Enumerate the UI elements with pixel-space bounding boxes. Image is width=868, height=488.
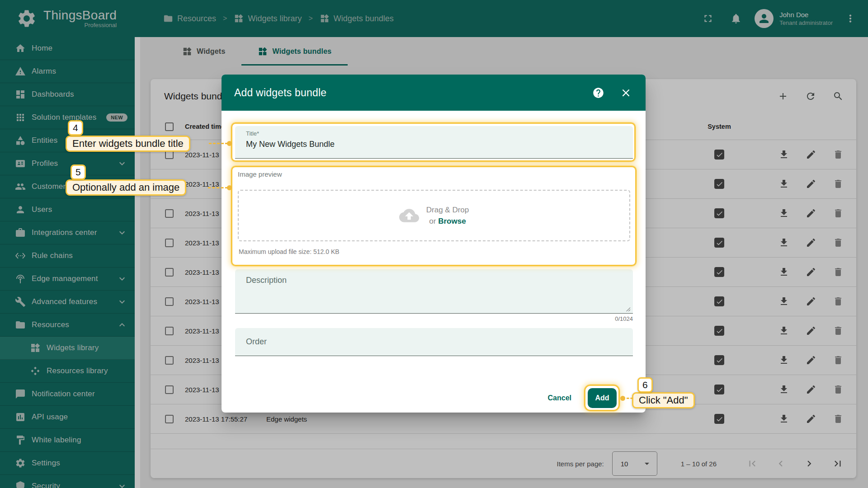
order-field[interactable]: Order	[235, 328, 633, 356]
description-field[interactable]: Description	[235, 269, 633, 314]
image-preview-label: Image preview	[238, 170, 282, 178]
annotation-step-6-number: 6	[637, 377, 653, 393]
title-field-value[interactable]: My New Widgets Bundle	[246, 140, 622, 149]
cancel-button[interactable]: Cancel	[545, 394, 574, 403]
dialog-title: Add widgets bundle	[234, 87, 592, 99]
dropzone-text: Drag & Drop	[426, 204, 469, 216]
screen: ThingsBoard Professional HomeAlarmsDashb…	[0, 0, 868, 488]
annotation-step-5-label: Optionally add an image	[66, 179, 186, 196]
annotation-step-5-number: 5	[71, 164, 86, 180]
image-preview-section: Image preview Drag & Drop or Browse Maxi…	[235, 170, 633, 263]
title-field-label: Title*	[246, 130, 622, 137]
order-field-label: Order	[246, 337, 267, 347]
add-button[interactable]: Add	[588, 388, 617, 408]
close-icon[interactable]	[620, 87, 632, 99]
image-dropzone[interactable]: Drag & Drop or Browse	[238, 190, 630, 241]
title-field[interactable]: Title* My New Widgets Bundle	[235, 126, 633, 159]
browse-link[interactable]: Browse	[438, 217, 466, 225]
resize-handle-icon[interactable]	[626, 307, 631, 312]
annotation-step-4-number: 4	[68, 120, 83, 136]
add-widgets-bundle-dialog: Add widgets bundle Title* My New Widgets…	[222, 75, 646, 413]
description-counter: 0/1024	[235, 315, 633, 323]
annotation-step-6-label: Click "Add"	[632, 392, 695, 408]
help-icon[interactable]	[592, 87, 604, 99]
upload-size-hint: Maximum upload file size: 512.0 KB	[239, 248, 340, 255]
description-field-label: Description	[246, 276, 287, 285]
cloud-upload-icon	[399, 206, 419, 225]
annotation-step-4-label: Enter widgets bundle title	[66, 136, 190, 152]
